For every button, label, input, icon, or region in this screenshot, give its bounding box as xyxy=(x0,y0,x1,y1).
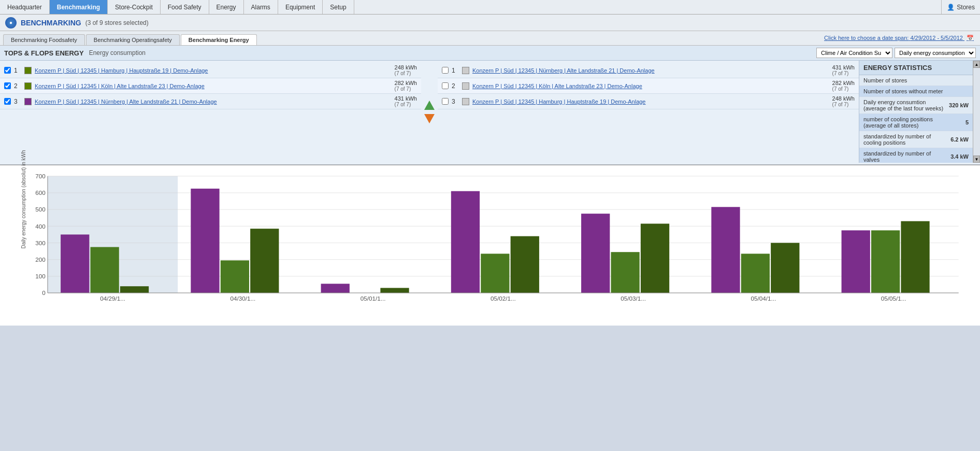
nav-store-cockpit[interactable]: Store-Cockpit xyxy=(108,0,161,14)
date-range-text: Click here to choose a date span: xyxy=(824,35,909,41)
svg-rect-30 xyxy=(511,236,539,293)
date-range-link[interactable]: Click here to choose a date span: 4/29/2… xyxy=(824,35,977,41)
nav-equipment[interactable]: Equipment xyxy=(278,0,323,14)
calendar-icon: 📅 xyxy=(967,35,974,41)
svg-text:04/29/1...: 04/29/1... xyxy=(100,295,125,302)
tops-rank-3: 3 xyxy=(14,98,21,105)
tab-operatingsafety[interactable]: Benchmarking Operatingsafety xyxy=(86,34,180,45)
flops-rank-3: 3 xyxy=(452,98,459,105)
svg-rect-33 xyxy=(611,252,639,293)
flops-color-2 xyxy=(462,82,469,90)
stat-label-3: number of cooling positions(average of a… xyxy=(863,116,962,129)
nav-stores[interactable]: 👤 Stores xyxy=(942,0,980,14)
consumption-dropdown[interactable]: Daily energy consumption xyxy=(895,48,976,58)
tops-flops-header: TOPS & FLOPS ENERGY Energy consumption C… xyxy=(0,46,980,61)
flops-row-3: 3 Konzern P | Süd | 12345 | Hamburg | Ha… xyxy=(438,94,859,109)
tops-row-1: 1 Konzern P | Süd | 12345 | Hamburg | Ha… xyxy=(0,63,421,78)
svg-rect-37 xyxy=(741,253,770,293)
app-wrapper: Headquarter Benchmarking Store-Cockpit F… xyxy=(0,0,980,451)
stat-row-3: number of cooling positions(average of a… xyxy=(859,114,973,131)
flops-rank-1: 1 xyxy=(452,67,459,74)
stat-row-1: Number of stores without meter xyxy=(859,86,973,97)
flops-value-3: 248 kWh (7 of 7) xyxy=(832,95,855,107)
app-logo: ● xyxy=(5,17,17,29)
tops-value-3: 431 kWh (7 of 7) xyxy=(395,95,417,107)
tops-color-1 xyxy=(24,67,32,74)
svg-text:05/02/1...: 05/02/1... xyxy=(491,295,516,302)
tops-color-2 xyxy=(24,82,32,90)
tops-flops-main: TOPS & FLOPS ENERGY Energy consumption C… xyxy=(0,46,980,164)
svg-rect-28 xyxy=(451,191,480,293)
svg-text:05/05/1...: 05/05/1... xyxy=(881,295,906,302)
svg-rect-21 xyxy=(191,189,219,293)
stat-label-0: Number of stores xyxy=(863,77,965,83)
nav-alarms[interactable]: Alarms xyxy=(244,0,278,14)
flops-link-3[interactable]: Konzern P | Süd | 12345 | Hamburg | Haup… xyxy=(472,98,829,105)
chart-area: Daily energy consumption (absolut) in kW… xyxy=(0,165,980,326)
svg-rect-22 xyxy=(221,260,249,293)
flops-link-1[interactable]: Konzern P | Süd | 12345 | Nürnberg | Alt… xyxy=(472,67,829,74)
flops-check-2[interactable] xyxy=(442,82,449,89)
svg-rect-40 xyxy=(842,230,870,293)
tops-rank-1: 1 xyxy=(14,67,21,74)
energy-stats-title: ENERGY STATISTICS xyxy=(859,61,973,75)
flops-link-2[interactable]: Konzern P | Süd | 12345 | Köln | Alte La… xyxy=(472,83,829,89)
scroll-up-btn[interactable]: ▲ xyxy=(973,61,980,68)
svg-rect-19 xyxy=(120,286,149,293)
flops-value-2: 282 kWh (7 of 7) xyxy=(832,80,855,92)
tops-link-2[interactable]: Konzern P | Süd | 12345 | Köln | Alte La… xyxy=(35,83,392,89)
panel-divider xyxy=(421,61,438,163)
header-bar: ● BENCHMARKING (3 of 9 stores selected) xyxy=(0,15,980,31)
stat-value-3: 5 xyxy=(965,119,969,125)
flops-check-3[interactable] xyxy=(442,98,449,105)
arrow-down-icon[interactable] xyxy=(424,114,435,123)
date-range-value: 4/29/2012 - 5/5/2012 xyxy=(910,35,963,41)
svg-rect-34 xyxy=(641,223,669,293)
svg-rect-42 xyxy=(901,221,929,293)
stat-label-5: standardized by number of valves xyxy=(863,150,947,163)
y-axis-label: Daily energy consumption (absolut) in kW… xyxy=(21,150,26,248)
tops-check-1[interactable] xyxy=(4,67,11,74)
tops-link-3[interactable]: Konzern P | Süd | 12345 | Nürnberg | Alt… xyxy=(35,98,392,105)
svg-rect-29 xyxy=(481,253,509,293)
tops-link-1[interactable]: Konzern P | Süd | 12345 | Hamburg | Haup… xyxy=(35,67,392,74)
nav-headquarter[interactable]: Headquarter xyxy=(0,0,50,14)
svg-text:05/04/1...: 05/04/1... xyxy=(751,295,776,302)
energy-stats-panel: ENERGY STATISTICS Number of storesNumber… xyxy=(859,61,973,163)
tab-foodsafety[interactable]: Benchmarking Foodsafety xyxy=(3,34,85,45)
svg-text:100: 100 xyxy=(35,273,46,279)
nav-spacer xyxy=(354,0,942,14)
nav-benchmarking[interactable]: Benchmarking xyxy=(50,0,108,14)
stores-icon: 👤 xyxy=(947,4,955,11)
flops-value-1: 431 kWh (7 of 7) xyxy=(832,64,855,76)
scroll-track xyxy=(973,68,980,156)
scroll-down-btn[interactable]: ▼ xyxy=(973,156,980,163)
tops-check-3[interactable] xyxy=(4,98,11,105)
stat-label-2: Daily energy consumtion(average of the l… xyxy=(863,99,946,111)
nav-setup[interactable]: Setup xyxy=(323,0,354,14)
flops-color-1 xyxy=(462,67,469,74)
svg-text:600: 600 xyxy=(35,189,46,196)
panels-row: 1 Konzern P | Süd | 12345 | Hamburg | Ha… xyxy=(0,61,980,163)
tops-check-2[interactable] xyxy=(4,82,11,89)
tops-row-3: 3 Konzern P | Süd | 12345 | Nürnberg | A… xyxy=(0,94,421,109)
clime-dropdown[interactable]: Clime / Air Condition Su xyxy=(816,48,892,58)
flops-color-3 xyxy=(462,98,469,105)
stat-value-2: 320 kW xyxy=(949,102,969,108)
stat-label-4: standardized by number of cooling positi… xyxy=(863,133,947,146)
flops-check-1[interactable] xyxy=(442,67,449,74)
chart-svg: 010020030040050060070004/29/1...04/30/1.… xyxy=(31,171,970,315)
svg-text:05/01/1...: 05/01/1... xyxy=(361,295,386,302)
flops-row-1: 1 Konzern P | Süd | 12345 | Nürnberg | A… xyxy=(438,63,859,78)
tops-flops-section: TOPS & FLOPS ENERGY Energy consumption C… xyxy=(0,46,980,165)
svg-rect-36 xyxy=(711,207,740,293)
sub-tabs: Benchmarking Foodsafety Benchmarking Ope… xyxy=(0,31,980,46)
tops-flops-subtitle: Energy consumption xyxy=(89,49,146,57)
svg-rect-23 xyxy=(250,229,279,293)
nav-energy[interactable]: Energy xyxy=(209,0,244,14)
nav-food-safety[interactable]: Food Safety xyxy=(161,0,209,14)
tab-energy[interactable]: Benchmarking Energy xyxy=(181,34,257,45)
tops-flops-title: TOPS & FLOPS ENERGY xyxy=(4,49,84,57)
stat-row-0: Number of stores xyxy=(859,75,973,86)
arrow-up-icon[interactable] xyxy=(424,101,435,110)
